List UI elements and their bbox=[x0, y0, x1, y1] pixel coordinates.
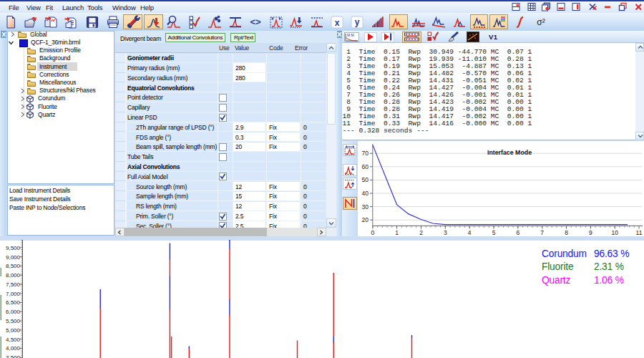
svg-text:5,500: 5,500 bbox=[6, 318, 21, 324]
svg-text:60: 60 bbox=[362, 163, 369, 170]
svg-text:40: 40 bbox=[362, 190, 369, 197]
svg-text:2: 2 bbox=[419, 229, 423, 236]
svg-text:3,500: 3,500 bbox=[6, 354, 21, 358]
svg-text:0: 0 bbox=[371, 229, 374, 236]
svg-text:6: 6 bbox=[516, 229, 519, 236]
svg-text:M M: M M bbox=[347, 33, 354, 37]
svg-text:4: 4 bbox=[468, 229, 472, 236]
svg-text:70: 70 bbox=[362, 150, 369, 157]
svg-text:3: 3 bbox=[444, 229, 447, 236]
svg-text:10: 10 bbox=[611, 229, 618, 236]
svg-text:7,500: 7,500 bbox=[6, 281, 21, 288]
svg-text:1: 1 bbox=[395, 229, 399, 236]
svg-text:50: 50 bbox=[362, 176, 369, 183]
svg-text:7: 7 bbox=[540, 229, 544, 236]
svg-text:4,500: 4,500 bbox=[6, 337, 21, 343]
svg-text:Interface Mode: Interface Mode bbox=[487, 149, 532, 156]
svg-text:<>: <> bbox=[250, 16, 261, 27]
svg-text:9,000: 9,000 bbox=[6, 254, 21, 261]
svg-text:6,500: 6,500 bbox=[6, 299, 21, 306]
svg-text:6,000: 6,000 bbox=[6, 309, 21, 315]
svg-text:8,500: 8,500 bbox=[6, 263, 21, 269]
svg-text:y: y bbox=[355, 17, 360, 27]
svg-text:5: 5 bbox=[492, 229, 496, 236]
svg-text:σ²: σ² bbox=[537, 17, 545, 27]
svg-text:5,000: 5,000 bbox=[6, 327, 21, 334]
svg-text:11: 11 bbox=[636, 229, 643, 236]
svg-text:9: 9 bbox=[589, 229, 592, 236]
svg-text:8,000: 8,000 bbox=[6, 272, 21, 279]
svg-text:9,500: 9,500 bbox=[6, 245, 21, 251]
svg-text:8: 8 bbox=[565, 229, 568, 236]
svg-text:x: x bbox=[334, 18, 339, 28]
svg-text:4,000: 4,000 bbox=[6, 345, 21, 352]
svg-text:20: 20 bbox=[362, 216, 369, 223]
svg-text:7,000: 7,000 bbox=[6, 291, 21, 297]
svg-text:30: 30 bbox=[362, 203, 369, 211]
